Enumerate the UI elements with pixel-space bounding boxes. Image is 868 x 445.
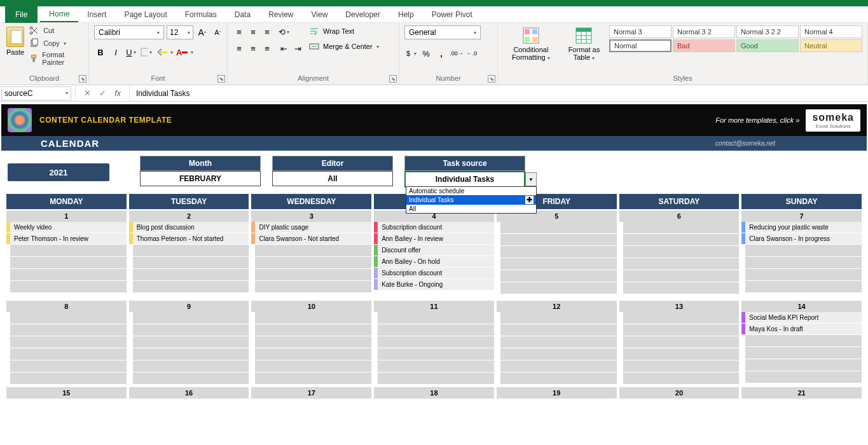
style-cell[interactable]: Bad <box>673 39 735 52</box>
border-button[interactable]: ▾ <box>140 46 153 58</box>
ribbon-tabs: File Home Insert Page Layout Formulas Da… <box>0 6 868 23</box>
font-size-select[interactable]: 12▾ <box>167 25 193 39</box>
calendar-cell[interactable]: 20 <box>619 386 740 445</box>
calendar-cell[interactable]: 6 <box>619 210 740 299</box>
increase-indent-button[interactable]: ⇥ <box>291 42 304 55</box>
font-color-button[interactable]: A <box>176 46 188 58</box>
insert-function-button[interactable]: fx <box>111 89 124 98</box>
clipboard-launcher[interactable]: ⬊ <box>79 75 86 83</box>
align-left-button[interactable]: ≡ <box>233 42 245 55</box>
style-cell[interactable]: Normal 3 <box>609 25 672 38</box>
style-cell[interactable]: Neutral <box>800 39 862 52</box>
calendar-cell[interactable]: 15 <box>6 386 127 445</box>
align-bottom-button[interactable]: ≡ <box>261 25 273 38</box>
format-as-table-button[interactable]: Format as Table ▾ <box>563 25 605 63</box>
number-launcher[interactable]: ⬊ <box>488 75 495 83</box>
tab-view[interactable]: View <box>303 8 337 22</box>
name-box[interactable]: sourceC▾ <box>1 86 71 100</box>
calendar-cell[interactable]: 5 <box>497 210 617 299</box>
tab-review[interactable]: Review <box>259 8 302 22</box>
dropdown-option[interactable]: Individual Tasks✚ <box>406 195 536 205</box>
calendar-cell[interactable]: 19 <box>497 386 617 445</box>
wrap-text-button[interactable]: Wrap Text <box>308 25 380 37</box>
contact-link[interactable]: contact@someka.net <box>715 140 775 147</box>
calendar-cell[interactable]: 11 <box>374 301 494 385</box>
merge-center-button[interactable]: Merge & Center ▾ <box>308 41 380 52</box>
dropdown-option[interactable]: Automatic schedule <box>406 187 536 195</box>
style-cell[interactable]: Normal <box>609 39 672 52</box>
tab-formulas[interactable]: Formulas <box>176 8 226 22</box>
calendar-cell[interactable]: 9 <box>129 301 249 385</box>
formula-input[interactable] <box>130 88 868 99</box>
alignment-launcher[interactable]: ⬊ <box>389 75 397 83</box>
decrease-decimal-button[interactable]: ←.0 <box>465 47 478 60</box>
tab-power-pivot[interactable]: Power Pivot <box>423 8 481 22</box>
cell-styles-gallery[interactable]: Normal 3Normal 3 2Normal 3 2 2Normal 4No… <box>609 25 862 52</box>
calendar-cell[interactable]: 8 <box>6 301 127 385</box>
editor-select[interactable]: All <box>272 171 393 186</box>
someka-logo[interactable]: someka Excel Solutions <box>806 109 860 132</box>
bold-button[interactable]: B <box>94 46 107 58</box>
tab-file[interactable]: File <box>5 6 38 23</box>
calendar-cell[interactable]: 12 <box>497 301 617 385</box>
style-cell[interactable]: Good <box>736 39 799 52</box>
tab-help[interactable]: Help <box>389 8 423 22</box>
calendar-cell[interactable]: 2Blog post discussionThomas Peterson - N… <box>129 210 249 299</box>
year-display[interactable]: 2021 <box>8 163 109 181</box>
style-cell[interactable]: Normal 3 2 2 <box>736 25 799 38</box>
cut-button[interactable]: Cut <box>29 25 83 36</box>
comma-button[interactable]: , <box>435 47 448 60</box>
task-text <box>10 336 127 348</box>
font-launcher[interactable]: ⬊ <box>217 75 225 83</box>
conditional-formatting-button[interactable]: Conditional Formatting ▾ <box>503 25 559 63</box>
enter-formula-button[interactable]: ✓ <box>96 88 109 98</box>
align-middle-button[interactable]: ≡ <box>247 25 259 38</box>
tab-insert[interactable]: Insert <box>78 8 115 22</box>
number-format-select[interactable]: General▾ <box>404 25 481 39</box>
paste-button[interactable]: Paste <box>5 25 25 57</box>
align-center-button[interactable]: ≡ <box>247 42 259 55</box>
task-source-filter: Task source Individual Tasks ▼ Automatic… <box>404 156 525 188</box>
italic-button[interactable]: I <box>109 46 122 58</box>
calendar-cell[interactable]: 7Reducing your plastic wasteClara Swanso… <box>741 210 862 299</box>
fill-color-button[interactable] <box>155 46 168 58</box>
task-text <box>10 324 127 336</box>
month-select[interactable]: FEBRUARY <box>140 171 261 186</box>
increase-decimal-button[interactable]: .00→ <box>450 47 463 60</box>
accounting-button[interactable]: $▾ <box>404 47 417 60</box>
date-number: 13 <box>619 301 740 312</box>
calendar-cell[interactable]: 4Subscription discountAnn Bailey - In re… <box>374 210 494 299</box>
dropdown-trigger-icon[interactable]: ▼ <box>525 172 537 186</box>
decrease-indent-button[interactable]: ⇤ <box>277 42 290 55</box>
format-painter-button[interactable]: Format Painter <box>29 51 83 66</box>
calendar-cell[interactable]: 16 <box>129 386 249 445</box>
tab-developer[interactable]: Developer <box>336 8 389 22</box>
decrease-font-button[interactable]: Aˇ <box>211 26 224 39</box>
tab-page-layout[interactable]: Page Layout <box>115 8 176 22</box>
cancel-formula-button[interactable]: ✕ <box>81 88 93 98</box>
calendar-cell[interactable]: 18 <box>374 386 494 445</box>
calendar-cell[interactable]: 21 <box>741 386 862 445</box>
calendar-cell[interactable]: 14Social Media KPI ReportMaya Kos - In d… <box>741 301 862 385</box>
align-top-button[interactable]: ≡ <box>233 25 245 38</box>
orientation-button[interactable]: ⟲▾ <box>277 25 290 38</box>
align-right-button[interactable]: ≡ <box>261 42 273 55</box>
increase-font-button[interactable]: A^ <box>196 26 209 39</box>
calendar-cell[interactable]: 3DIY plastic usageClara Swanson - Not st… <box>251 210 371 299</box>
style-cell[interactable]: Normal 4 <box>800 25 862 38</box>
font-name-select[interactable]: Calibri▾ <box>94 25 164 39</box>
underline-button[interactable]: U▾ <box>125 46 137 58</box>
tab-data[interactable]: Data <box>226 8 259 22</box>
calendar-cell[interactable]: 10 <box>251 301 371 385</box>
style-cell[interactable]: Normal 3 2 <box>673 25 735 38</box>
calendar-cell[interactable]: 17 <box>251 386 371 445</box>
task-source-select[interactable]: Individual Tasks ▼ Automatic scheduleInd… <box>404 171 525 188</box>
more-templates-link[interactable]: For more templates, click » <box>715 116 799 124</box>
calendar-cell[interactable]: 13 <box>619 301 740 385</box>
svg-rect-11 <box>532 29 537 34</box>
tab-home[interactable]: Home <box>40 7 78 22</box>
calendar-cell[interactable]: 1Weekly videoPeter Thomson - In review <box>6 210 127 299</box>
dropdown-option[interactable]: All <box>406 205 536 213</box>
copy-button[interactable]: Copy ▾ <box>29 38 83 48</box>
percent-button[interactable]: % <box>420 47 432 60</box>
